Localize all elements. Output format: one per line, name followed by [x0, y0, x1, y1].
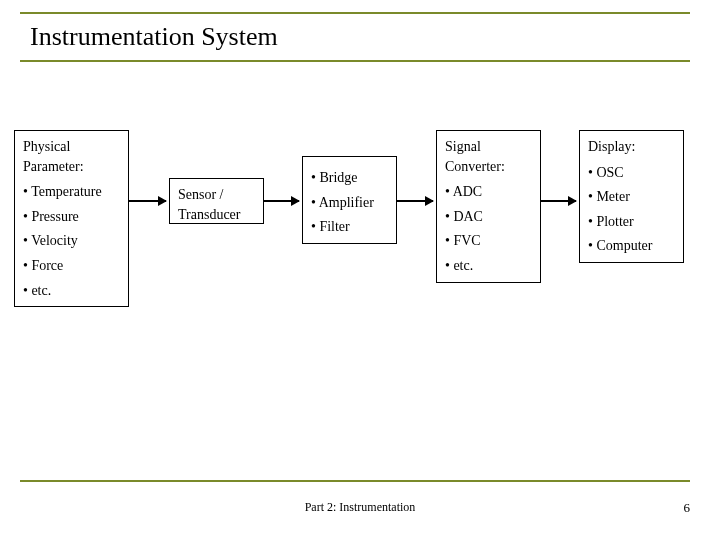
block-display: Display: • OSC • Meter • Plotter • Compu…	[579, 130, 684, 263]
footer-caption: Part 2: Instrumentation	[0, 500, 720, 515]
title-bar: Instrumentation System	[20, 12, 690, 62]
list-item: • ADC	[445, 182, 532, 202]
list-item: • Filter	[311, 217, 388, 237]
list-item: • Velocity	[23, 231, 120, 251]
block-physical-parameter: Physical Parameter: • Temperature • Pres…	[14, 130, 129, 307]
divider	[20, 480, 690, 482]
list-item: • DAC	[445, 207, 532, 227]
block-header: Display:	[588, 137, 675, 157]
list-item: • Force	[23, 256, 120, 276]
arrow-icon	[129, 200, 166, 202]
list-item: • Bridge	[311, 168, 388, 188]
block-list: • ADC • DAC • FVC • etc.	[445, 182, 532, 275]
block-label-line: Transducer	[178, 205, 255, 225]
list-item: • OSC	[588, 163, 675, 183]
arrow-icon	[541, 200, 576, 202]
block-header: Signal Converter:	[445, 137, 532, 176]
arrow-icon	[397, 200, 433, 202]
block-list: • Bridge • Amplifier • Filter	[311, 168, 388, 237]
block-list: • OSC • Meter • Plotter • Computer	[588, 163, 675, 256]
arrow-icon	[264, 200, 299, 202]
list-item: • Meter	[588, 187, 675, 207]
list-item: • Pressure	[23, 207, 120, 227]
list-item: • Plotter	[588, 212, 675, 232]
block-signal-conditioning: • Bridge • Amplifier • Filter	[302, 156, 397, 244]
list-item: • Temperature	[23, 182, 120, 202]
list-item: • Computer	[588, 236, 675, 256]
page-title: Instrumentation System	[30, 22, 690, 52]
block-label-line: Sensor /	[178, 185, 255, 205]
list-item: • etc.	[445, 256, 532, 276]
list-item: • FVC	[445, 231, 532, 251]
block-header: Physical Parameter:	[23, 137, 120, 176]
block-signal-converter: Signal Converter: • ADC • DAC • FVC • et…	[436, 130, 541, 283]
page-number: 6	[684, 500, 691, 516]
block-list: • Temperature • Pressure • Velocity • Fo…	[23, 182, 120, 300]
list-item: • Amplifier	[311, 193, 388, 213]
block-sensor-transducer: Sensor / Transducer	[169, 178, 264, 224]
list-item: • etc.	[23, 281, 120, 301]
block-diagram: Physical Parameter: • Temperature • Pres…	[14, 130, 709, 340]
